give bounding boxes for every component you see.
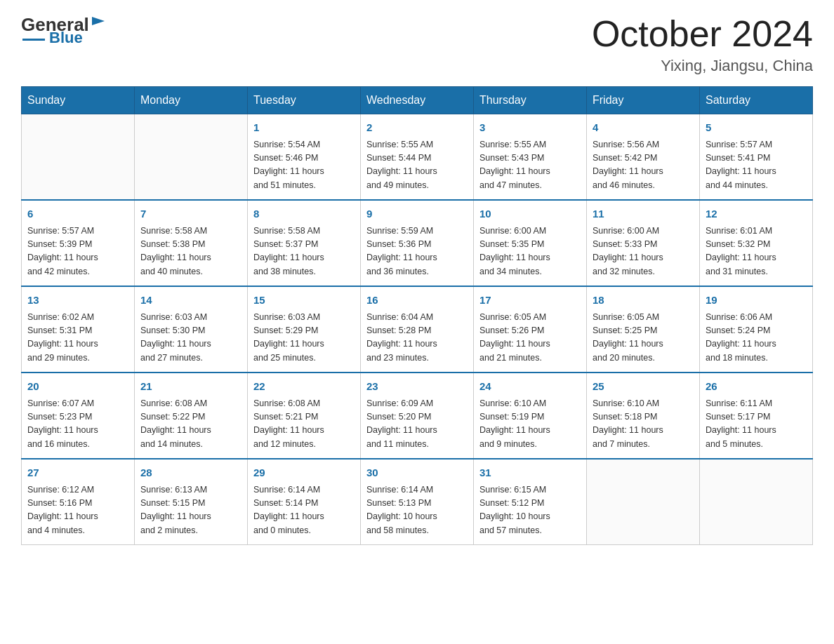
calendar-cell: 26Sunrise: 6:11 AMSunset: 5:17 PMDayligh… (700, 373, 813, 459)
calendar-week-row: 6Sunrise: 5:57 AMSunset: 5:39 PMDaylight… (22, 200, 813, 286)
calendar-cell: 20Sunrise: 6:07 AMSunset: 5:23 PMDayligh… (22, 373, 135, 459)
calendar-week-row: 1Sunrise: 5:54 AMSunset: 5:46 PMDaylight… (22, 114, 813, 201)
calendar-cell (587, 459, 700, 545)
day-info: Sunrise: 6:03 AMSunset: 5:29 PMDaylight:… (253, 311, 355, 365)
calendar-cell: 25Sunrise: 6:10 AMSunset: 5:18 PMDayligh… (587, 373, 700, 459)
day-header-thursday: Thursday (474, 87, 587, 114)
calendar-cell: 4Sunrise: 5:56 AMSunset: 5:42 PMDaylight… (587, 114, 700, 201)
day-number: 19 (706, 293, 807, 309)
day-info: Sunrise: 6:07 AMSunset: 5:23 PMDaylight:… (27, 397, 128, 452)
day-header-tuesday: Tuesday (248, 87, 361, 114)
day-number: 24 (479, 379, 581, 395)
calendar-header-row: SundayMondayTuesdayWednesdayThursdayFrid… (22, 87, 813, 114)
day-number: 4 (593, 120, 694, 136)
calendar-cell: 12Sunrise: 6:01 AMSunset: 5:32 PMDayligh… (700, 200, 813, 286)
day-number: 21 (140, 379, 241, 395)
calendar-cell: 2Sunrise: 5:55 AMSunset: 5:44 PMDaylight… (361, 114, 474, 201)
calendar-cell: 1Sunrise: 5:54 AMSunset: 5:46 PMDaylight… (248, 114, 361, 201)
day-info: Sunrise: 6:02 AMSunset: 5:31 PMDaylight:… (27, 311, 128, 365)
calendar-cell: 6Sunrise: 5:57 AMSunset: 5:39 PMDaylight… (22, 200, 135, 286)
logo: General Blue (21, 14, 106, 47)
svg-marker-0 (92, 17, 105, 25)
day-info: Sunrise: 5:54 AMSunset: 5:46 PMDaylight:… (253, 138, 355, 193)
calendar-cell: 28Sunrise: 6:13 AMSunset: 5:15 PMDayligh… (135, 459, 248, 545)
day-number: 16 (366, 293, 468, 309)
calendar-cell: 22Sunrise: 6:08 AMSunset: 5:21 PMDayligh… (248, 373, 361, 459)
day-info: Sunrise: 5:58 AMSunset: 5:37 PMDaylight:… (253, 224, 355, 279)
day-number: 30 (366, 465, 468, 481)
day-number: 29 (253, 465, 355, 481)
day-info: Sunrise: 6:04 AMSunset: 5:28 PMDaylight:… (366, 311, 468, 365)
calendar-cell: 19Sunrise: 6:06 AMSunset: 5:24 PMDayligh… (700, 286, 813, 373)
day-info: Sunrise: 6:05 AMSunset: 5:26 PMDaylight:… (479, 311, 581, 365)
calendar-cell: 14Sunrise: 6:03 AMSunset: 5:30 PMDayligh… (135, 286, 248, 373)
day-number: 22 (253, 379, 355, 395)
day-info: Sunrise: 6:05 AMSunset: 5:25 PMDaylight:… (593, 311, 694, 365)
day-number: 27 (27, 465, 128, 481)
logo-blue-text: Blue (49, 29, 83, 47)
day-number: 25 (593, 379, 694, 395)
day-header-sunday: Sunday (22, 87, 135, 114)
day-info: Sunrise: 6:11 AMSunset: 5:17 PMDaylight:… (706, 397, 807, 452)
day-number: 28 (140, 465, 241, 481)
page-header: General Blue October 2024 Yixing, Jiangs… (21, 14, 813, 75)
calendar-cell: 5Sunrise: 5:57 AMSunset: 5:41 PMDaylight… (700, 114, 813, 201)
day-info: Sunrise: 5:58 AMSunset: 5:38 PMDaylight:… (140, 224, 241, 279)
day-number: 26 (706, 379, 807, 395)
day-info: Sunrise: 5:56 AMSunset: 5:42 PMDaylight:… (593, 138, 694, 193)
day-number: 8 (253, 206, 355, 222)
day-info: Sunrise: 6:10 AMSunset: 5:18 PMDaylight:… (593, 397, 694, 452)
day-info: Sunrise: 6:13 AMSunset: 5:15 PMDaylight:… (140, 483, 241, 538)
day-number: 14 (140, 293, 241, 309)
calendar-cell (700, 459, 813, 545)
day-info: Sunrise: 6:09 AMSunset: 5:20 PMDaylight:… (366, 397, 468, 452)
day-info: Sunrise: 5:57 AMSunset: 5:41 PMDaylight:… (706, 138, 807, 193)
day-info: Sunrise: 6:08 AMSunset: 5:21 PMDaylight:… (253, 397, 355, 452)
calendar-table: SundayMondayTuesdayWednesdayThursdayFrid… (21, 86, 813, 545)
calendar-cell: 30Sunrise: 6:14 AMSunset: 5:13 PMDayligh… (361, 459, 474, 545)
month-title: October 2024 (592, 14, 813, 54)
day-number: 11 (593, 206, 694, 222)
calendar-cell: 24Sunrise: 6:10 AMSunset: 5:19 PMDayligh… (474, 373, 587, 459)
day-number: 9 (366, 206, 468, 222)
day-info: Sunrise: 6:10 AMSunset: 5:19 PMDaylight:… (479, 397, 581, 452)
calendar-cell: 21Sunrise: 6:08 AMSunset: 5:22 PMDayligh… (135, 373, 248, 459)
day-number: 17 (479, 293, 581, 309)
calendar-cell: 7Sunrise: 5:58 AMSunset: 5:38 PMDaylight… (135, 200, 248, 286)
day-number: 23 (366, 379, 468, 395)
day-info: Sunrise: 5:59 AMSunset: 5:36 PMDaylight:… (366, 224, 468, 279)
day-number: 2 (366, 120, 468, 136)
calendar-cell: 9Sunrise: 5:59 AMSunset: 5:36 PMDaylight… (361, 200, 474, 286)
day-info: Sunrise: 5:55 AMSunset: 5:44 PMDaylight:… (366, 138, 468, 193)
day-info: Sunrise: 6:14 AMSunset: 5:13 PMDaylight:… (366, 483, 468, 538)
day-info: Sunrise: 6:08 AMSunset: 5:22 PMDaylight:… (140, 397, 241, 452)
day-info: Sunrise: 6:06 AMSunset: 5:24 PMDaylight:… (706, 311, 807, 365)
calendar-cell: 16Sunrise: 6:04 AMSunset: 5:28 PMDayligh… (361, 286, 474, 373)
calendar-cell (22, 114, 135, 201)
day-number: 10 (479, 206, 581, 222)
day-header-monday: Monday (135, 87, 248, 114)
calendar-cell: 27Sunrise: 6:12 AMSunset: 5:16 PMDayligh… (22, 459, 135, 545)
day-number: 15 (253, 293, 355, 309)
calendar-week-row: 20Sunrise: 6:07 AMSunset: 5:23 PMDayligh… (22, 373, 813, 459)
location-subtitle: Yixing, Jiangsu, China (592, 57, 813, 75)
calendar-week-row: 13Sunrise: 6:02 AMSunset: 5:31 PMDayligh… (22, 286, 813, 373)
day-info: Sunrise: 6:12 AMSunset: 5:16 PMDaylight:… (27, 483, 128, 538)
day-number: 31 (479, 465, 581, 481)
calendar-cell: 11Sunrise: 6:00 AMSunset: 5:33 PMDayligh… (587, 200, 700, 286)
day-number: 1 (253, 120, 355, 136)
day-info: Sunrise: 6:00 AMSunset: 5:33 PMDaylight:… (593, 224, 694, 279)
calendar-cell: 17Sunrise: 6:05 AMSunset: 5:26 PMDayligh… (474, 286, 587, 373)
day-header-friday: Friday (587, 87, 700, 114)
calendar-week-row: 27Sunrise: 6:12 AMSunset: 5:16 PMDayligh… (22, 459, 813, 545)
calendar-cell: 31Sunrise: 6:15 AMSunset: 5:12 PMDayligh… (474, 459, 587, 545)
calendar-cell: 10Sunrise: 6:00 AMSunset: 5:35 PMDayligh… (474, 200, 587, 286)
calendar-cell: 23Sunrise: 6:09 AMSunset: 5:20 PMDayligh… (361, 373, 474, 459)
calendar-cell: 29Sunrise: 6:14 AMSunset: 5:14 PMDayligh… (248, 459, 361, 545)
day-info: Sunrise: 6:15 AMSunset: 5:12 PMDaylight:… (479, 483, 581, 538)
calendar-cell: 8Sunrise: 5:58 AMSunset: 5:37 PMDaylight… (248, 200, 361, 286)
day-info: Sunrise: 6:03 AMSunset: 5:30 PMDaylight:… (140, 311, 241, 365)
day-info: Sunrise: 6:14 AMSunset: 5:14 PMDaylight:… (253, 483, 355, 538)
day-info: Sunrise: 5:55 AMSunset: 5:43 PMDaylight:… (479, 138, 581, 193)
day-info: Sunrise: 5:57 AMSunset: 5:39 PMDaylight:… (27, 224, 128, 279)
